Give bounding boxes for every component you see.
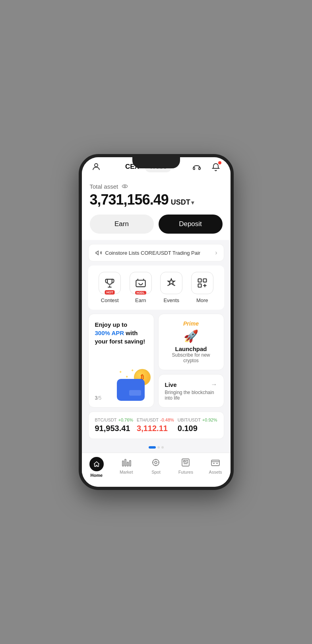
btc-change: +0.76% [118,418,134,422]
support-icon[interactable] [190,160,203,173]
eth-pair: ETH/USDT [137,418,159,422]
nav-market-label: Market [120,470,133,474]
more-icon-box [191,272,213,294]
promo-savings-title: Enjoy up to 300% APR with your forst sav… [95,320,147,345]
eth-change: -0.48% [160,418,174,422]
currency-caret[interactable]: ▾ [191,199,194,206]
launchpad-subtitle: Subscribe for new cryptos [165,352,217,363]
futures-icon [180,457,191,468]
asset-currency: USDT ▾ [171,198,194,207]
svg-rect-3 [136,280,145,287]
hot-badge: HOT [105,290,115,295]
eye-icon[interactable] [121,183,128,190]
btc-price: 91,953.41 [95,424,134,433]
svg-rect-10 [130,461,131,466]
svg-point-0 [95,164,98,167]
profile-icon[interactable] [90,160,103,173]
prime-label: Prime [183,320,199,327]
nav-home-label: Home [91,473,103,478]
bottom-nav: Home Market [82,453,231,486]
live-subtitle: Bringing the blockchain into life [165,390,217,401]
quick-action-events[interactable]: Events [160,272,182,303]
notification-dot [218,161,221,164]
nav-market[interactable]: Market [115,457,138,478]
more-label: More [196,297,208,303]
ticker-section: BTC/USDT +0.76% 91,953.41 ETH/USDT -0.48… [88,412,224,439]
promo-card-launchpad[interactable]: Prime 🚀 Launchpad Subscribe for new cryp… [158,314,224,370]
hodl-badge: HODL [135,291,146,295]
quick-actions: HOT Contest HODL Earn [88,265,224,310]
notification-icon[interactable] [209,160,222,173]
svg-point-12 [155,461,157,464]
svg-rect-6 [198,284,201,287]
announcement-banner[interactable]: Coinstore Lists CORE/USDT Trading Pair › [88,244,224,262]
events-icon-box [160,272,182,294]
quick-action-more[interactable]: More [191,272,213,303]
nav-home[interactable]: Home [85,457,108,478]
coin-wallet-illustration: ✦ ✦ ✦ ₿ [115,369,151,401]
promo-card-savings[interactable]: Enjoy up to 300% APR with your forst sav… [88,314,154,408]
svg-point-1 [122,185,128,188]
ticker-ubit[interactable]: UBIT/USDT +0.92% 0.109 [178,418,217,433]
nav-spot-label: Spot [151,470,161,474]
announcement-text: Coinstore Lists CORE/USDT Trading Pair [105,250,201,256]
live-arrow: → [211,381,217,388]
promo-section: Enjoy up to 300% APR with your forst sav… [88,314,224,408]
svg-rect-4 [198,279,201,282]
announcement-chevron: › [215,249,217,256]
total-asset-label: Total asset [90,183,223,190]
ticker-btc[interactable]: BTC/USDT +0.76% 91,953.41 [95,418,134,433]
nav-assets-label: Assets [209,470,222,474]
svg-rect-13 [182,459,189,466]
promo-counter: 3/5 [95,395,102,401]
promo-card-right: Prime 🚀 Launchpad Subscribe for new cryp… [158,314,224,408]
svg-point-2 [124,185,126,187]
svg-rect-9 [127,462,128,466]
market-icon [121,457,132,468]
deposit-button[interactable]: Deposit [159,215,223,234]
svg-point-11 [153,459,159,466]
earn-button[interactable]: Earn [90,215,154,234]
launchpad-title: Launchpad [175,345,207,352]
nav-futures[interactable]: Futures [174,457,197,478]
asset-amount: 3,731,156.49 [90,191,169,208]
contest-label: Contest [101,297,119,303]
promo-card-live[interactable]: Live → Bringing the blockchain into life [158,374,224,408]
live-title: Live → [165,381,217,388]
action-buttons: Earn Deposit [90,215,223,234]
svg-rect-8 [125,459,126,466]
earn-label: Earn [135,297,146,303]
rocket-icon: 🚀 [184,329,198,343]
nav-futures-label: Futures [178,470,193,474]
svg-rect-5 [203,279,206,282]
ubit-price: 0.109 [178,424,217,433]
contest-icon-box: HOT [99,272,121,294]
svg-rect-7 [122,461,124,466]
ubit-pair: UBIT/USDT [178,418,201,422]
btc-pair: BTC/USDT [95,418,117,422]
ticker-eth[interactable]: ETH/USDT -0.48% 3,112.11 [137,418,174,433]
quick-action-contest[interactable]: HOT Contest [99,272,121,303]
spot-icon [150,457,161,468]
assets-icon [210,457,221,468]
ubit-change: +0.92% [202,418,217,422]
svg-rect-14 [211,460,219,466]
header-icons [190,160,222,173]
earn-icon-box: HODL [130,272,152,294]
asset-amount-row: 3,731,156.49 USDT ▾ [90,191,223,208]
megaphone-icon [95,249,102,256]
nav-spot[interactable]: Spot [145,457,167,478]
asset-section: Total asset 3,731,156.49 USDT ▾ Earn Dep… [82,178,231,240]
quick-action-earn[interactable]: HODL Earn [130,272,152,303]
home-icon [89,457,104,471]
events-label: Events [163,297,179,303]
asset-label-text: Total asset [90,183,118,190]
wallet-body [117,379,145,401]
eth-price: 3,112.11 [137,424,174,433]
nav-assets[interactable]: Assets [204,457,227,478]
